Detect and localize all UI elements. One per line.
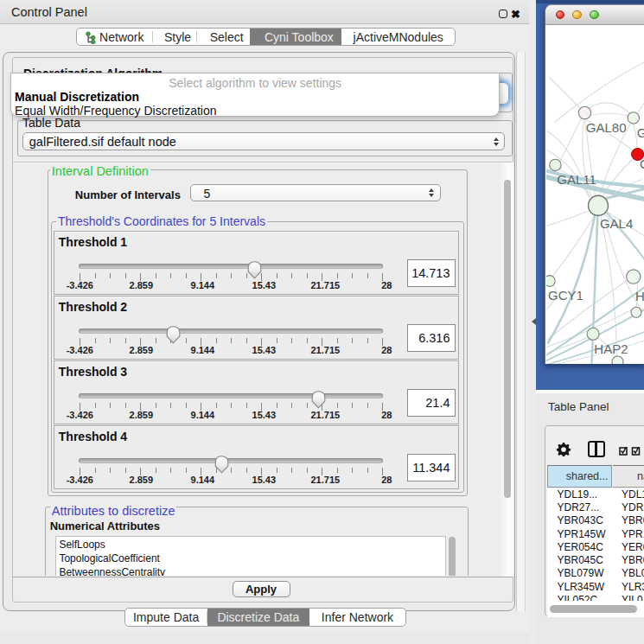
svg-text:GA: GA [636,124,644,139]
svg-text:GAL4: GAL4 [599,216,632,231]
svg-text:GAL11: GAL11 [557,172,596,187]
svg-text:HIS: HIS [635,288,644,303]
svg-text:CD: CD [640,156,644,171]
svg-text:HAP2: HAP2 [594,341,628,355]
svg-text:GAL80: GAL80 [585,120,626,135]
svg-text:GCY1: GCY1 [548,288,583,303]
